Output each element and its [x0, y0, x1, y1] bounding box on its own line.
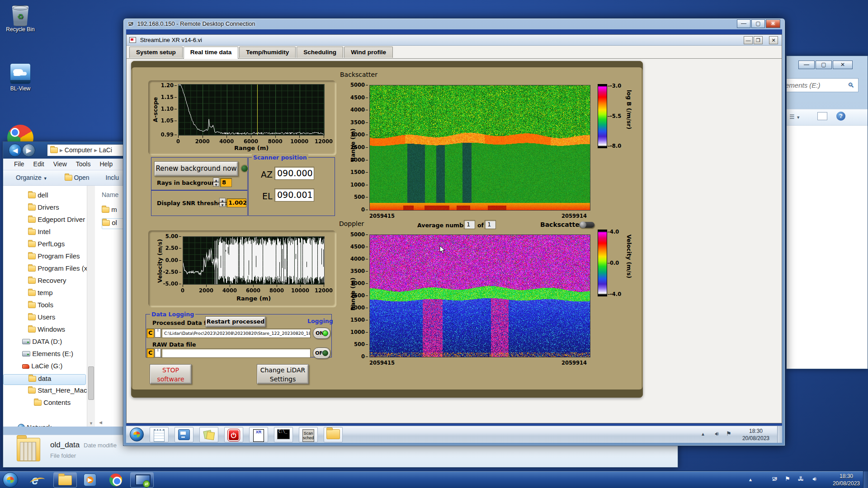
host-clock[interactable]: 18:3020/08/2023: [833, 473, 860, 487]
rdp-close-button[interactable]: ✕: [766, 19, 780, 28]
average-second-field[interactable]: 1: [485, 220, 496, 229]
remote-taskbar-explorer-folder-button[interactable]: [324, 427, 343, 442]
remote-action-center-icon[interactable]: ⚑: [726, 430, 731, 437]
remote-volume-icon[interactable]: 🔊︎: [715, 430, 719, 437]
forward-button[interactable]: ▶: [22, 144, 35, 157]
files-scroll-left-icon[interactable]: ◀: [99, 420, 102, 425]
rays-spin-up[interactable]: ▲: [213, 178, 219, 182]
snr-spin-up[interactable]: ▲: [219, 198, 226, 202]
host-network-icon[interactable]: 🖧: [798, 475, 804, 482]
tree-item-data[interactable]: data: [3, 374, 86, 385]
rays-spin-down[interactable]: ▼: [213, 182, 219, 187]
tree-item-tools[interactable]: Tools: [3, 301, 86, 312]
vi-close-button[interactable]: ✕: [769, 36, 778, 44]
help-icon[interactable]: ?: [836, 112, 845, 121]
organize-menu[interactable]: Organize ▼: [12, 170, 51, 185]
backscatter-toggle[interactable]: [579, 222, 594, 228]
processed-browse-button[interactable]: ⠿: [155, 328, 161, 338]
tree-item-temp[interactable]: temp: [3, 289, 86, 300]
rays-value-field[interactable]: 8: [220, 178, 232, 187]
preview-pane-icon[interactable]: [817, 112, 827, 120]
remote-taskbar-display-settings-button[interactable]: [175, 427, 193, 442]
menu-help[interactable]: Help: [95, 159, 117, 169]
processed-logging-toggle[interactable]: ON: [313, 328, 330, 339]
tree-item-users[interactable]: Users: [3, 313, 86, 324]
vi-minimize-button[interactable]: —: [744, 36, 753, 44]
taskbar-rdp-button[interactable]: [130, 472, 154, 488]
back-button[interactable]: ◀: [9, 144, 22, 157]
remote-taskbar-power-button[interactable]: [224, 427, 243, 442]
remote-taskbar-command-prompt-button[interactable]: C:\_: [274, 427, 293, 442]
el-value-field[interactable]: 090.001: [274, 188, 314, 202]
raw-drive-field[interactable]: C: [146, 348, 154, 358]
rdp-title-bar[interactable]: 🖳 192.168.0.150 - Remote Desktop Connect…: [123, 19, 785, 29]
search-input[interactable]: ements (E:) 🔍︎: [786, 78, 859, 92]
column-header-name[interactable]: Name: [102, 191, 118, 198]
vi-title-bar[interactable]: StreamLine XR v14-6.vi — ❐ ✕: [127, 35, 782, 46]
tree-item-perflogs[interactable]: PerfLogs: [3, 240, 86, 251]
renew-background-button[interactable]: Renew background now: [154, 161, 238, 176]
taskbar-wmp-icon[interactable]: [84, 474, 96, 486]
az-value-field[interactable]: 090.000: [274, 167, 314, 180]
menu-file[interactable]: File: [9, 159, 29, 169]
tab-real-time-data[interactable]: Real time data: [184, 47, 239, 59]
menu-tools[interactable]: Tools: [71, 159, 95, 169]
tree-item-windows[interactable]: Windows: [3, 325, 86, 336]
stop-software-button[interactable]: STOPsoftware: [150, 364, 192, 384]
include-button[interactable]: Inclu: [102, 170, 123, 185]
remote-taskbar-labview-xr-button[interactable]: XR: [249, 427, 268, 442]
raw-browse-button[interactable]: ⠿: [155, 348, 161, 357]
breadcrumb-lacie[interactable]: LaCi: [99, 146, 112, 154]
tree-item-lacie-g-[interactable]: LaCie (G:): [3, 362, 86, 373]
remote-tray-expand-icon[interactable]: ▲: [701, 432, 705, 436]
tree-item-recovery[interactable]: Recovery: [3, 277, 86, 287]
tree-item-program-files-x[interactable]: Program Files (x: [3, 264, 86, 275]
taskbar-chrome-icon[interactable]: [109, 474, 122, 486]
desktop-icon-bl-view[interactable]: BL-View: [1, 63, 40, 92]
taskbar-ie-icon[interactable]: e: [32, 474, 38, 488]
desktop-icon-recycle-bin[interactable]: Recycle Bin: [1, 5, 40, 33]
view-list-icon[interactable]: ☰ ▼: [789, 113, 800, 120]
tree-item-edgeport-driver[interactable]: Edgeport Driver: [3, 216, 86, 226]
tree-item-elements-e-[interactable]: Elements (E:): [3, 350, 86, 361]
menu-view[interactable]: View: [49, 159, 71, 169]
taskbar-explorer-button[interactable]: [53, 472, 77, 488]
raw-logging-toggle[interactable]: OFF: [313, 347, 330, 359]
host-rdp-tray-icon[interactable]: 🖳: [772, 475, 778, 482]
change-lidar-settings-button[interactable]: Change LiDARSettings: [257, 364, 309, 384]
tree-item-drivers[interactable]: Drivers: [3, 203, 86, 214]
restart-processed-button[interactable]: Restart processed file: [205, 316, 266, 327]
tab-wind-profile[interactable]: Wind profile: [344, 47, 393, 58]
maximize-button[interactable]: ▢: [816, 61, 832, 69]
snr-value-field[interactable]: 1.002: [226, 198, 246, 207]
tree-item-data-d-[interactable]: DATA (D:): [3, 338, 86, 348]
tree-item-dell[interactable]: dell: [3, 191, 86, 202]
remote-start-button[interactable]: [130, 427, 144, 441]
host-volume-icon[interactable]: 🔊︎: [813, 475, 816, 483]
remote-taskbar-scan-sched-button[interactable]: Scan sched: [299, 427, 318, 442]
tab-temp-humidity[interactable]: Temp/humidity: [239, 47, 296, 58]
remote-clock[interactable]: 18:3020/08/2023: [742, 427, 769, 442]
raw-path-field[interactable]: [161, 348, 311, 358]
tree-item-program-files[interactable]: Program Files: [3, 252, 86, 263]
close-button[interactable]: ✕: [833, 61, 853, 69]
vi-restore-button[interactable]: ❐: [754, 36, 763, 44]
snr-spinner[interactable]: ▲ ▼: [219, 198, 226, 207]
tab-scheduling[interactable]: Scheduling: [297, 47, 343, 58]
tree-item-start-here-mac-[interactable]: Start_Here_Mac.: [3, 386, 86, 397]
breadcrumb-computer[interactable]: Computer: [65, 146, 92, 154]
menu-edit[interactable]: Edit: [29, 159, 49, 169]
processed-drive-field[interactable]: C: [146, 328, 154, 338]
rays-spinner[interactable]: ▲ ▼: [213, 178, 219, 187]
host-show-desktop-button[interactable]: [863, 471, 868, 488]
remote-taskbar-notepad-button[interactable]: [150, 427, 169, 442]
remote-taskbar-sticky-notes-button[interactable]: [199, 427, 218, 442]
tree-scrollbar-thumb[interactable]: [88, 366, 94, 400]
tree-item-contents[interactable]: Contents: [3, 399, 86, 409]
tree-item-intel[interactable]: Intel: [3, 228, 86, 239]
host-start-button[interactable]: [3, 472, 18, 488]
snr-spin-down[interactable]: ▼: [219, 202, 226, 207]
tree-scroll-down-icon[interactable]: ▼: [89, 421, 93, 426]
tree-item-network[interactable]: Network: [3, 423, 86, 427]
average-first-field[interactable]: 1: [464, 220, 475, 229]
